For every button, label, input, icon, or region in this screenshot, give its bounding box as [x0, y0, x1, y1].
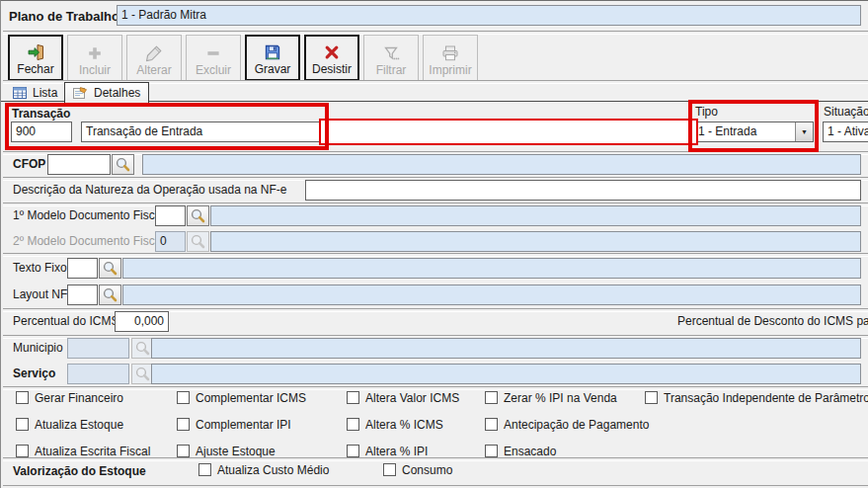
checkbox-complementar-ipi[interactable]: Complementar IPI — [177, 417, 291, 432]
checkbox-transacao-independente[interactable]: Transação Independente de Parâmetro Gera… — [645, 390, 868, 405]
checkbox-label: Complementar IPI — [196, 418, 291, 432]
texto-fixo-code-input[interactable] — [67, 258, 98, 279]
modelo2-code-input: 0 — [155, 231, 186, 252]
modelo1-search-button[interactable] — [187, 205, 209, 226]
search-icon — [190, 207, 206, 224]
cfop-description-field — [142, 154, 861, 175]
checkbox-complementar-icms[interactable]: Complementar ICMS — [177, 390, 306, 405]
checkbox-altera-pct-ipi[interactable]: Altera % IPI — [347, 444, 428, 458]
modelo1-description-field — [210, 205, 861, 226]
cfop-code-input[interactable] — [47, 154, 111, 175]
search-icon — [134, 366, 151, 382]
checkbox-atualiza-custo-medio[interactable]: Atualiza Custo Médio — [198, 462, 329, 477]
divider — [3, 457, 868, 461]
checkbox-altera-pct-icms[interactable]: Altera % ICMS — [347, 417, 443, 432]
gravar-button[interactable]: Gravar — [245, 35, 300, 81]
checkbox-consumo[interactable]: Consumo — [383, 462, 452, 477]
texto-fixo-search-button[interactable] — [99, 258, 121, 279]
layout-nf-label: Layout NF — [13, 287, 67, 301]
checkbox-label: Zerar % IPI na Venda — [504, 391, 617, 405]
texto-fixo-label: Texto Fixo — [13, 261, 67, 275]
modelo1-code-input[interactable] — [155, 205, 186, 226]
checkbox-label: Ajuste Estoque — [196, 445, 276, 458]
tipo-select[interactable]: 1 - Entrada ▼ — [693, 122, 814, 142]
tab-label: Lista — [33, 86, 57, 100]
transacao-code-input[interactable]: 900 — [11, 122, 72, 142]
fechar-button[interactable]: Fechar — [8, 35, 63, 81]
checkbox-label: Transação Independente de Parâmetro Gera… — [664, 391, 868, 405]
checkbox-ajuste-estoque[interactable]: Ajuste Estoque — [177, 444, 276, 458]
search-icon — [102, 286, 118, 303]
pencil-icon — [144, 42, 164, 63]
municipio-description-field — [151, 338, 861, 359]
tipo-selected-value: 1 - Entrada — [698, 124, 756, 138]
tab-label: Detalhes — [94, 86, 140, 100]
layout-nf-search-button[interactable] — [99, 285, 121, 305]
window-title-label: Plano de Trabalho — [9, 10, 119, 24]
transacao-description-input[interactable]: Transação de Entrada — [81, 122, 320, 142]
layout-nf-code-input[interactable] — [67, 285, 98, 305]
checkbox-gerar-financeiro[interactable]: Gerar Financeiro — [16, 390, 123, 405]
checkbox-box — [645, 391, 658, 404]
funnel-icon — [381, 42, 401, 63]
imprimir-button: Imprimir — [423, 35, 478, 81]
checkbox-label: Altera % IPI — [365, 445, 428, 458]
divider — [3, 253, 868, 257]
checkbox-box — [16, 418, 29, 431]
checkbox-atualiza-escrita-fiscal[interactable]: Atualiza Escrita Fiscal — [16, 444, 150, 458]
checkbox-label: Altera % ICMS — [365, 418, 443, 432]
red-x-icon — [322, 41, 342, 62]
checkbox-antecipacao-pagamento[interactable]: Antecipação de Pagamento — [485, 417, 649, 432]
modelo2-search-button — [187, 231, 209, 252]
toolbar-button-label: Imprimir — [429, 64, 471, 77]
municipio-code-input — [67, 338, 129, 359]
toolbar-button-label: Alterar — [136, 64, 171, 77]
situacao-select[interactable]: 1 - Ativa — [823, 122, 868, 142]
checkbox-box — [177, 445, 190, 457]
toolbar-button-label: Desistir — [312, 63, 352, 76]
tab-detalhes[interactable]: Detalhes — [64, 82, 149, 103]
plano-trabalho-field: 1 - Padrão Mitra — [117, 5, 861, 26]
checkbox-box — [177, 391, 190, 404]
checkbox-box — [485, 391, 498, 404]
tipo-label: Tipo — [695, 105, 718, 119]
modelo1-label: 1º Modelo Documento Fiscal — [13, 208, 164, 222]
search-icon — [102, 260, 118, 277]
descricao-nfe-input[interactable] — [305, 180, 861, 201]
checkbox-box — [16, 391, 29, 404]
percentual-icms-input[interactable]: 0,000 — [115, 311, 169, 332]
transacao-label: Transação — [12, 107, 70, 121]
checkbox-zerar-ipi-venda[interactable]: Zerar % IPI na Venda — [485, 390, 617, 405]
checkbox-label: Antecipação de Pagamento — [504, 418, 649, 432]
checkbox-altera-valor-icms[interactable]: Altera Valor ICMS — [347, 390, 459, 405]
situacao-label: Situação — [824, 105, 868, 119]
search-icon — [190, 233, 206, 250]
checkbox-label: Atualiza Custo Médio — [217, 463, 329, 477]
floppy-disk-icon — [263, 41, 282, 62]
plano-de-trabalho-window: Plano de Trabalho 1 - Padrão Mitra Fecha… — [0, 0, 868, 488]
checkbox-box — [485, 445, 498, 457]
toolbar-button-label: Gravar — [255, 63, 291, 76]
checkbox-label: Ensacado — [504, 445, 556, 458]
toolbar-button-label: Incluir — [79, 64, 111, 77]
desistir-button[interactable]: Desistir — [304, 35, 359, 81]
checkbox-box — [198, 463, 211, 476]
details-icon — [73, 86, 88, 100]
cfop-search-button[interactable] — [112, 154, 134, 175]
chevron-down-icon[interactable]: ▼ — [795, 122, 813, 141]
printer-icon — [440, 42, 460, 63]
tab-lista[interactable]: Lista — [5, 84, 65, 102]
checkbox-label: Atualiza Estoque — [35, 418, 123, 432]
checkbox-label: Gerar Financeiro — [35, 391, 123, 405]
checkbox-box — [16, 445, 29, 457]
servico-description-field — [151, 364, 861, 384]
checkbox-ensacado[interactable]: Ensacado — [485, 444, 556, 458]
toolbar-button-label: Fechar — [17, 63, 53, 76]
toolbar-button-label: Filtrar — [376, 64, 407, 77]
cfop-label: CFOP — [13, 157, 45, 171]
checkbox-box — [177, 418, 190, 431]
servico-code-input — [67, 364, 129, 384]
modelo2-description-field — [210, 231, 861, 252]
checkbox-atualiza-estoque[interactable]: Atualiza Estoque — [16, 417, 123, 432]
texto-fixo-description-field — [122, 258, 861, 279]
